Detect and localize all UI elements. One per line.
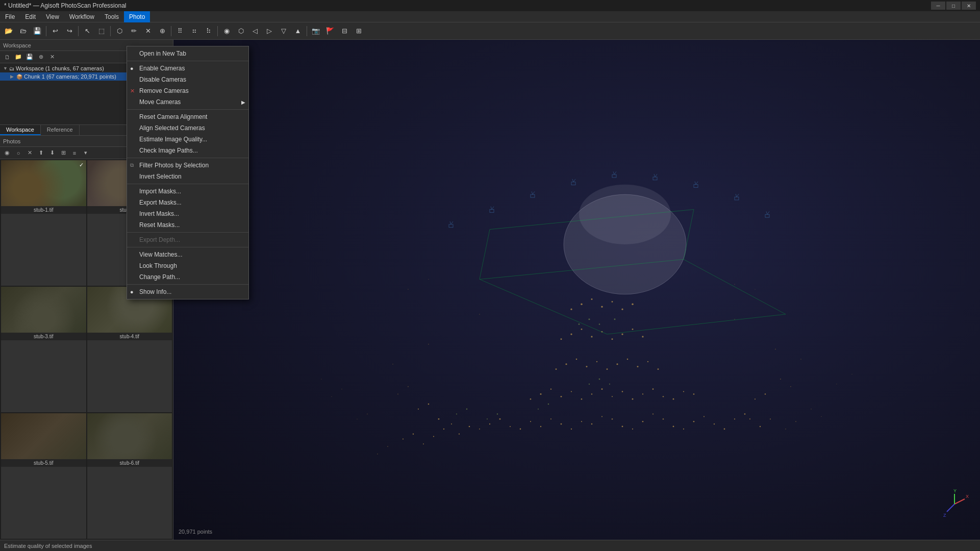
view-back[interactable]: ▲	[291, 24, 305, 38]
menu-edit[interactable]: Edit	[20, 11, 41, 22]
ctx-view-matches[interactable]: View Matches...	[127, 249, 248, 260]
photos-more-btn[interactable]: ▾	[81, 148, 91, 158]
svg-text:X: X	[966, 494, 969, 499]
photo-cell-4[interactable]: ✓ stub-4.tif	[87, 287, 172, 412]
toolbar: 📂 🗁 💾 ↩ ↪ ↖ ⬚ ⬡ ✏ ✕ ⊕ ⠿ ⠶ ⠷ ◉ ⬡ ◁ ▷ ▽ ▲ …	[0, 22, 980, 40]
ws-folder-btn[interactable]: 📁	[13, 53, 23, 62]
menu-file[interactable]: File	[0, 11, 20, 22]
redo-button[interactable]: ↪	[63, 24, 76, 38]
photos-export-btn[interactable]: ⬇	[47, 148, 57, 158]
menu-view[interactable]: View	[41, 11, 64, 22]
view-top[interactable]: ⬡	[234, 24, 247, 38]
scene-background	[173, 40, 980, 540]
menu-tools[interactable]: Tools	[99, 11, 124, 22]
ctx-reset-masks[interactable]: Reset Masks...	[127, 219, 248, 231]
ctx-change-path[interactable]: Change Path...	[127, 271, 248, 283]
close-button[interactable]: ✕	[962, 2, 976, 10]
photo-cell-5[interactable]: stub-5.tif	[1, 413, 86, 539]
ctx-sep-5	[127, 232, 248, 233]
ctx-filter-photos[interactable]: ⧉ Filter Photos by Selection	[127, 160, 248, 171]
target-button[interactable]: ⊕	[156, 24, 169, 38]
ws-btn4[interactable]: ⊕	[36, 53, 46, 62]
ctx-reset-alignment[interactable]: Reset Camera Alignment	[127, 111, 248, 122]
tab-workspace[interactable]: Workspace	[0, 125, 41, 135]
layout-button[interactable]: ⊟	[338, 24, 351, 38]
ctx-estimate-quality[interactable]: Estimate Image Quality...	[127, 134, 248, 145]
points-button[interactable]: ⠶	[188, 24, 201, 38]
ctx-sep-3	[127, 158, 248, 158]
ctx-change-path-label: Change Path...	[139, 273, 180, 281]
scale-button[interactable]: ✕	[141, 24, 155, 38]
flag-button[interactable]: 🚩	[323, 24, 337, 38]
ctx-move-cameras[interactable]: Move Cameras ▶	[127, 96, 248, 108]
ctx-remove-icon: ✕	[130, 88, 135, 94]
ctx-remove-cameras[interactable]: ✕ Remove Cameras	[127, 85, 248, 96]
view-right[interactable]: ▷	[263, 24, 276, 38]
photos-import-btn[interactable]: ⬆	[36, 148, 46, 158]
main-viewport[interactable]: X Y Z 20,971 points	[173, 40, 980, 540]
svg-line-163	[954, 499, 965, 504]
restore-button[interactable]: □	[946, 2, 961, 10]
photos-label: Photos	[3, 138, 20, 144]
photo-cell-6[interactable]: stub-6.tif	[87, 413, 172, 539]
ctx-show-info[interactable]: ● Show Info...	[127, 286, 248, 297]
thumb-pattern	[87, 413, 172, 459]
ctx-check-paths[interactable]: Check Image Paths...	[127, 145, 248, 156]
folder-button[interactable]: 🗁	[16, 24, 30, 38]
ws-save-btn[interactable]: 💾	[24, 53, 35, 62]
menu-photo[interactable]: Photo	[124, 11, 150, 22]
ctx-disable-cameras[interactable]: Disable Cameras	[127, 74, 248, 85]
ctx-invert-selection[interactable]: Invert Selection	[127, 171, 248, 182]
camera-button[interactable]: 📷	[309, 24, 322, 38]
toolbar-separator-2	[78, 26, 79, 36]
photo-check-1: ✓	[79, 162, 84, 168]
ctx-filter-photos-label: Filter Photos by Selection	[139, 162, 209, 169]
mesh-button[interactable]: ⠷	[202, 24, 215, 38]
cursor-button[interactable]: ↖	[81, 24, 94, 38]
ctx-enable-check: ●	[130, 65, 134, 71]
statusbar-text: Estimate quality of selected images	[4, 543, 92, 549]
ctx-enable-cameras[interactable]: ● Enable Cameras	[127, 63, 248, 74]
markers-button[interactable]: ⠿	[173, 24, 187, 38]
view-front[interactable]: ▽	[277, 24, 290, 38]
thumb-pattern	[1, 287, 86, 333]
rotate-button[interactable]: ⬡	[113, 24, 126, 38]
undo-button[interactable]: ↩	[48, 24, 62, 38]
ctx-open-new-tab[interactable]: Open in New Tab	[127, 48, 248, 59]
minimize-button[interactable]: ─	[931, 2, 945, 10]
axes-indicator: X Y Z	[939, 489, 970, 519]
menubar: File Edit View Workflow Tools Photo	[0, 11, 980, 22]
tree-arrow-workspace: ▼	[3, 66, 9, 71]
photos-list-btn[interactable]: ≡	[69, 148, 80, 158]
toolbar-separator-3	[110, 26, 111, 36]
photo-cell-3[interactable]: stub-3.tif	[1, 287, 86, 412]
tab-reference[interactable]: Reference	[41, 125, 80, 135]
ctx-import-masks[interactable]: Import Masks...	[127, 186, 248, 197]
save-button[interactable]: 💾	[31, 24, 44, 38]
ctx-export-masks[interactable]: Export Masks...	[127, 197, 248, 208]
ws-close-btn[interactable]: ✕	[47, 53, 57, 62]
ctx-invert-masks-label: Invert Masks...	[139, 210, 179, 217]
workspace-label: Workspace	[3, 42, 31, 48]
camera-view[interactable]: ◉	[220, 24, 233, 38]
ctx-open-new-tab-label: Open in New Tab	[139, 50, 186, 57]
photos-enable-btn[interactable]: ◉	[2, 148, 12, 158]
photos-disable-btn[interactable]: ○	[13, 148, 23, 158]
photos-remove-btn[interactable]: ✕	[24, 148, 35, 158]
move-button[interactable]: ✏	[127, 24, 140, 38]
photos-grid-btn[interactable]: ⊞	[58, 148, 68, 158]
photo-label-1: stub-1.tif	[1, 206, 86, 214]
transform-button[interactable]: ⊞	[352, 24, 365, 38]
titlebar-controls: ─ □ ✕	[931, 2, 976, 10]
open-button[interactable]: 📂	[2, 24, 15, 38]
ctx-align-cameras[interactable]: Align Selected Cameras	[127, 122, 248, 134]
select-button[interactable]: ⬚	[95, 24, 108, 38]
view-left[interactable]: ◁	[248, 24, 262, 38]
ws-add-btn[interactable]: 🗋	[2, 53, 12, 62]
menu-workflow[interactable]: Workflow	[64, 11, 99, 22]
ctx-invert-masks[interactable]: Invert Masks...	[127, 208, 248, 219]
photo-cell-1[interactable]: ✓ stub-1.tif	[1, 160, 86, 286]
ctx-filter-icon: ⧉	[130, 162, 134, 168]
ctx-look-through[interactable]: Look Through	[127, 260, 248, 271]
ctx-import-masks-label: Import Masks...	[139, 188, 181, 195]
